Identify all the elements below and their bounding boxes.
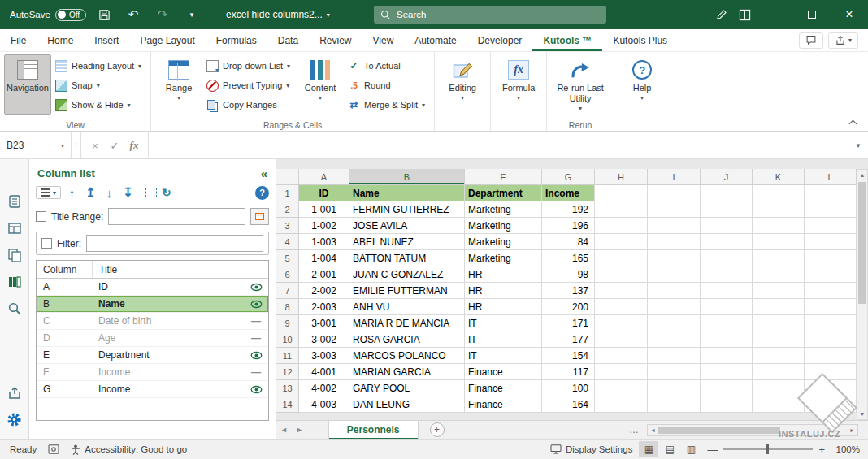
merge-split-button[interactable]: ⇄ Merge & Split ▾ [345,95,430,115]
cell-H1[interactable] [595,185,648,201]
filter-input[interactable] [86,235,263,252]
cell-L14[interactable] [805,396,857,413]
zoom-out-button[interactable]: — [707,444,718,456]
navigation-button[interactable]: Navigation [4,54,51,115]
formula-button[interactable]: fx Formula ▾ [495,54,542,115]
prevent-typing-button[interactable]: Prevent Typing ▾ [204,76,295,95]
row-header-9[interactable]: 9 [276,315,299,331]
cell-L9[interactable] [805,315,857,331]
row-header-12[interactable]: 12 [276,364,299,380]
vertical-scrollbar[interactable]: ▲ ▼ [857,169,868,420]
horizontal-scroll-thumb[interactable] [658,427,780,434]
maximize-button[interactable] [793,0,831,29]
filter-checkbox[interactable] [41,238,52,249]
select-all-corner[interactable] [276,169,299,185]
hidden-dash-icon[interactable]: — [244,366,268,378]
cell-L11[interactable] [805,348,857,364]
cell-I13[interactable] [648,380,701,396]
add-sheet-icon[interactable]: + [430,422,445,437]
cell-J12[interactable] [701,364,753,380]
cell-A2[interactable]: 1-001 [299,201,349,218]
tab-view[interactable]: View [362,29,405,51]
pick-range-button[interactable] [250,208,269,225]
collapse-pane-icon[interactable]: « [261,167,267,180]
cell-K5[interactable] [753,250,805,266]
comments-button[interactable] [799,32,823,49]
cell-E1[interactable]: Department [465,185,542,201]
cell-L10[interactable] [805,331,857,348]
column-header-A[interactable]: A [299,169,349,185]
column-header-K[interactable]: K [753,169,805,185]
scroll-right-icon[interactable]: ► [847,427,857,433]
page-layout-view-button[interactable]: ▤ [660,441,679,457]
cell-L3[interactable] [805,218,857,234]
cell-G10[interactable]: 177 [542,331,595,348]
column-header-I[interactable]: I [648,169,701,185]
cell-J13[interactable] [701,380,753,396]
cell-L4[interactable] [805,234,857,250]
cell-K2[interactable] [753,201,805,218]
tab-overflow-icon[interactable]: … [629,424,647,435]
cell-I6[interactable] [648,266,701,283]
column-header-B[interactable]: B [349,169,465,185]
hidden-dash-icon[interactable]: — [244,315,268,327]
cell-K10[interactable] [753,331,805,348]
cell-K14[interactable] [753,396,805,413]
row-header-2[interactable]: 2 [276,201,299,218]
draw-pencil-icon[interactable] [710,4,733,25]
worksheet-list-icon[interactable] [7,220,23,236]
range-button[interactable]: Range ▾ [155,54,202,115]
collapse-ribbon-icon[interactable] [849,119,857,126]
cell-L1[interactable] [805,185,857,201]
column-list-row-G[interactable]: GIncome [37,381,268,398]
cell-A5[interactable]: 1-004 [299,250,349,266]
cell-E12[interactable]: Finance [465,364,542,380]
cell-E7[interactable]: HR [465,283,542,299]
cell-B6[interactable]: JUAN C GONZALEZ [349,266,465,283]
cell-E8[interactable]: HR [465,299,542,315]
move-to-top-icon[interactable]: ↥ [83,185,98,200]
cell-B7[interactable]: EMILIE FUTTERMAN [349,283,465,299]
cell-G12[interactable]: 117 [542,364,595,380]
cell-L8[interactable] [805,299,857,315]
cell-J9[interactable] [701,315,753,331]
help-button[interactable]: ? Help ▾ [618,54,666,115]
settings-gear-icon[interactable] [7,411,23,427]
cell-J10[interactable] [701,331,753,348]
cell-G9[interactable]: 171 [542,315,595,331]
cell-A4[interactable]: 1-003 [299,234,349,250]
cell-J8[interactable] [701,299,753,315]
page-break-view-button[interactable]: ▥ [681,441,701,457]
cell-J14[interactable] [701,396,753,413]
cell-E11[interactable]: IT [465,348,542,364]
name-box[interactable]: B23 ▾ [0,132,72,158]
tab-kutools[interactable]: Kutools ™ [532,29,602,51]
cell-I5[interactable] [648,250,701,266]
insert-function-icon[interactable]: fx [125,136,143,154]
cell-E4[interactable]: Marketing [465,234,542,250]
column-list-row-B[interactable]: BName [37,296,268,313]
cell-J2[interactable] [701,201,753,218]
move-to-bottom-icon[interactable]: ↧ [120,185,136,200]
close-button[interactable]: × [831,0,868,29]
cell-A8[interactable]: 2-003 [299,299,349,315]
autosave-toggle[interactable]: AutoSave Off [10,9,86,21]
move-down-icon[interactable]: ↓ [102,186,117,200]
cell-I4[interactable] [648,234,701,250]
display-settings-button[interactable]: Display Settings [550,444,632,454]
redo-icon[interactable]: ↷ [151,4,174,25]
accessibility-status[interactable]: Accessibility: Good to go [71,444,187,455]
cell-I14[interactable] [648,396,701,413]
cell-E6[interactable]: HR [465,266,542,283]
cell-H12[interactable] [595,364,648,380]
column-list-row-C[interactable]: CDate of birth— [37,313,268,330]
export-share-icon[interactable] [7,384,23,401]
cell-H10[interactable] [595,331,648,348]
cell-I12[interactable] [648,364,701,380]
scroll-left-icon[interactable]: ◄ [648,427,658,433]
normal-view-button[interactable]: ▦ [639,441,658,457]
cell-I3[interactable] [648,218,701,234]
column-header-J[interactable]: J [701,169,753,185]
tab-kutools-plus[interactable]: Kutools Plus [602,29,678,51]
hidden-dash-icon[interactable]: — [244,332,268,344]
